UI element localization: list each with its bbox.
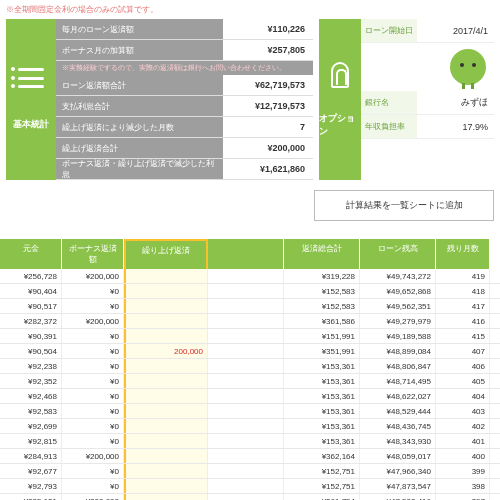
info-label: 年収負担率: [361, 115, 417, 138]
prepay-cell[interactable]: [124, 389, 208, 403]
table-row: ¥92,699¥0¥153,361¥48,436,745402: [0, 419, 500, 434]
prepay-cell[interactable]: [124, 464, 208, 478]
table-row: ¥92,352¥0¥153,361¥48,714,495405: [0, 374, 500, 389]
info-value: 2017/4/1: [417, 26, 494, 36]
fixed-rate-note: ※全期間固定金利の場合のみの試算です。: [0, 0, 500, 19]
table-body: ¥256,728¥200,000¥319,228¥49,743,272419¥9…: [0, 269, 500, 500]
col-header: 残り月数: [436, 239, 490, 269]
table-row: ¥284,913¥200,000¥362,164¥48,059,017400: [0, 449, 500, 464]
prepay-cell[interactable]: [124, 329, 208, 343]
stat-value: ¥12,719,573: [223, 101, 313, 111]
option-title: オプション: [319, 112, 361, 138]
table-row: ¥92,815¥0¥153,361¥48,343,930401: [0, 434, 500, 449]
prepay-cell[interactable]: [124, 449, 208, 463]
stat-value: ¥1,621,860: [223, 164, 313, 174]
prepay-cell[interactable]: [124, 359, 208, 373]
info-value: みずほ: [417, 96, 494, 109]
stat-label: 繰上げ返済合計: [56, 138, 223, 158]
stat-label: 繰上げ返済により減少した月数: [56, 117, 223, 137]
stat-label: 支払利息合計: [56, 96, 223, 116]
table-row: ¥285,131¥200,000¥361,754¥47,588,416397: [0, 494, 500, 500]
table-row: ¥90,404¥0¥152,583¥49,652,868418: [0, 284, 500, 299]
prepay-cell[interactable]: [124, 419, 208, 433]
stat-value: ¥62,719,573: [223, 80, 313, 90]
prepay-cell[interactable]: 200,000: [124, 344, 208, 358]
table-row: ¥282,372¥200,000¥361,586¥49,279,979416: [0, 314, 500, 329]
prepay-cell[interactable]: [124, 284, 208, 298]
stat-label: ボーナス返済・繰り上げ返済で減少した利息: [56, 159, 223, 179]
prepay-cell[interactable]: [124, 434, 208, 448]
prepay-cell[interactable]: [124, 404, 208, 418]
sub-note: ※実務経験でするので、実際の返済額は銀行へお問い合わせください。: [56, 61, 313, 75]
col-header: ローン残高: [360, 239, 436, 269]
info-label: ローン開始日: [361, 19, 417, 42]
table-row: ¥256,728¥200,000¥319,228¥49,743,272419: [0, 269, 500, 284]
col-spacer: [208, 239, 284, 269]
table-header: 元金 ボーナス返済額 繰り上げ返済 返済総合計 ローン残高 残り月数: [0, 239, 500, 269]
basic-stats-panel: 基本統計 毎月のローン返済額¥110,226 ボーナス月の加算額¥257,805…: [6, 19, 313, 180]
stat-label: 毎月のローン返済額: [56, 19, 223, 39]
stats-title: 基本統計: [13, 118, 49, 131]
table-row: ¥92,677¥0¥152,751¥47,966,340399: [0, 464, 500, 479]
paperclip-icon: [331, 62, 349, 88]
option-panel: オプション ローン開始日2017/4/1 銀行名みずほ 年収負担率17.9%: [319, 19, 494, 180]
table-row: ¥92,238¥0¥153,361¥48,806,847406: [0, 359, 500, 374]
col-header: 返済総合計: [284, 239, 360, 269]
list-icon: [18, 68, 44, 88]
stat-value: ¥110,226: [223, 24, 313, 34]
table-row: ¥92,583¥0¥153,361¥48,529,444403: [0, 404, 500, 419]
prepay-cell[interactable]: [124, 299, 208, 313]
stat-label: ボーナス月の加算額: [56, 40, 223, 60]
table-row: ¥92,793¥0¥152,751¥47,873,547398: [0, 479, 500, 494]
table-row: ¥90,504¥0200,000¥351,991¥48,899,084407: [0, 344, 500, 359]
table-row: ¥90,517¥0¥152,583¥49,562,351417: [0, 299, 500, 314]
stat-value: ¥257,805: [223, 45, 313, 55]
col-header: 元金: [0, 239, 62, 269]
prepay-cell[interactable]: [124, 479, 208, 493]
prepay-cell[interactable]: [124, 269, 208, 283]
info-label: 銀行名: [361, 91, 417, 114]
prepay-cell[interactable]: [124, 494, 208, 500]
stat-value: ¥200,000: [223, 143, 313, 153]
stat-value: 7: [223, 122, 313, 132]
add-to-sheet-button[interactable]: 計算結果を一覧シートに追加: [314, 190, 494, 221]
table-row: ¥90,391¥0¥151,991¥49,189,588415: [0, 329, 500, 344]
col-header: ボーナス返済額: [62, 239, 124, 269]
table-row: ¥92,468¥0¥153,361¥48,622,027404: [0, 389, 500, 404]
col-header: 繰り上げ返済: [124, 239, 208, 269]
prepay-cell[interactable]: [124, 314, 208, 328]
info-value: 17.9%: [417, 122, 494, 132]
mascot-icon: [361, 43, 494, 91]
prepay-cell[interactable]: [124, 374, 208, 388]
stat-label: ローン返済額合計: [56, 75, 223, 95]
